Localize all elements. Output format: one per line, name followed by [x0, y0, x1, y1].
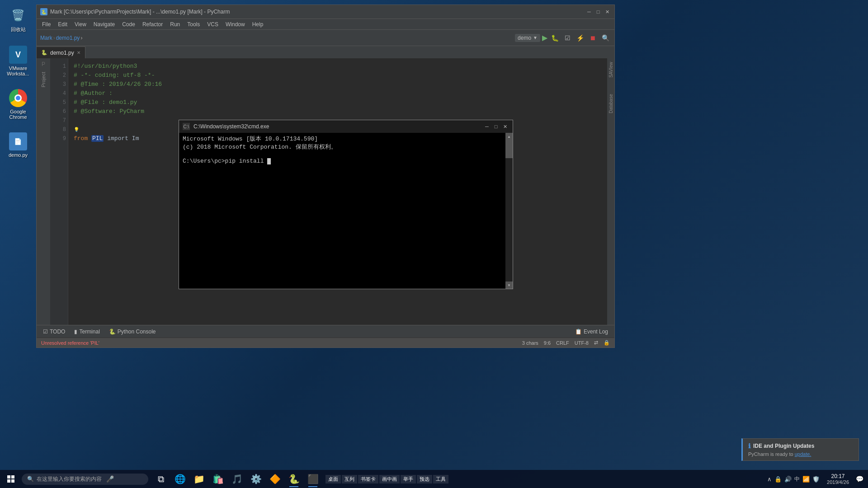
tab-bar: 🐍 demo1.py ✕	[37, 46, 614, 58]
tray-antivirus[interactable]: 🛡️	[812, 476, 820, 483]
menu-file[interactable]: File	[38, 20, 54, 28]
toolbar: Mark › demo1.py › demo ▼ ▶ 🐛 ☑ ⚡ ⏹ 🔍	[37, 29, 614, 46]
taskbar-clock[interactable]: 20:17 2019/4/26	[823, 473, 853, 485]
menu-tools[interactable]: Tools	[184, 20, 203, 28]
breadcrumb-mark[interactable]: Mark	[40, 35, 52, 41]
taskbar-edge[interactable]: 🌐	[171, 470, 189, 488]
encoding[interactable]: UTF-8	[575, 340, 589, 346]
taskbar-explorer[interactable]: 📁	[190, 470, 208, 488]
taskbar-label-preview[interactable]: 预选	[417, 475, 432, 483]
menu-help[interactable]: Help	[249, 20, 267, 28]
menu-run[interactable]: Run	[166, 20, 184, 28]
taskbar-pycharm[interactable]: 🐍	[285, 470, 303, 488]
search-everywhere[interactable]: 🔍	[600, 33, 611, 43]
cmd-minimize-button[interactable]: ─	[483, 123, 491, 130]
tab-close-button[interactable]: ✕	[77, 50, 80, 55]
clock-time: 20:17	[831, 473, 845, 479]
taskbar-git[interactable]: 🔶	[266, 470, 284, 488]
minimize-button[interactable]: ─	[585, 9, 593, 15]
cmd-content[interactable]: Microsoft Windows [版本 10.0.17134.590] (c…	[179, 133, 505, 289]
notification-center-icon: 💬	[856, 475, 863, 483]
cmd-body: Microsoft Windows [版本 10.0.17134.590] (c…	[179, 133, 513, 289]
search-placeholder: 在这里输入你要搜索的内容	[37, 475, 102, 483]
cmd-window: C:\ C:\Windows\system32\cmd.exe ─ □ ✕ Mi…	[179, 120, 513, 289]
cursor-position: 9:6	[544, 340, 551, 346]
scroll-thumb[interactable]	[505, 140, 513, 158]
chrome-icon[interactable]: Google Chrome	[2, 87, 34, 122]
taskbar-settings[interactable]: ⚙️	[247, 470, 265, 488]
scroll-down-button[interactable]: ▼	[505, 282, 513, 289]
tray-volume[interactable]: 🔊	[784, 476, 792, 483]
pycharm-icon: 🐍	[40, 8, 47, 15]
scroll-up-button[interactable]: ▲	[505, 133, 513, 140]
tray-lang[interactable]: 中	[794, 475, 800, 483]
taskbar-label-bookmark[interactable]: 书签卡	[358, 475, 378, 483]
taskbar-label-desktop[interactable]: 桌面	[326, 475, 341, 483]
database-tab[interactable]: Database	[608, 90, 614, 117]
start-button[interactable]	[2, 470, 20, 488]
svg-rect-1	[11, 475, 14, 479]
svg-rect-3	[11, 479, 14, 483]
taskbar-task-view[interactable]: ⧉	[152, 470, 170, 488]
event-log-tab[interactable]: 📋 Event Log	[573, 328, 610, 336]
maximize-button[interactable]: □	[594, 9, 602, 15]
taskbar-search[interactable]: 🔍 在这里输入你要搜索的内容 🎤	[22, 474, 148, 485]
line-separator[interactable]: CRLF	[556, 340, 569, 346]
menu-navigate[interactable]: Navigate	[90, 20, 118, 28]
recycle-bin-icon[interactable]: 🗑️ 回收站	[7, 5, 29, 35]
run-config-selector[interactable]: demo ▼	[515, 34, 540, 42]
editor-gutter: P Project	[37, 58, 50, 325]
breadcrumb-demo1[interactable]: demo1.py	[56, 35, 80, 41]
taskbar: 🔍 在这里输入你要搜索的内容 🎤 ⧉ 🌐 📁 🛍️ 🎵 ⚙️	[0, 470, 868, 488]
taskbar-label-table[interactable]: 互列	[342, 475, 357, 483]
taskbar-cmd[interactable]: ⬛	[304, 470, 322, 488]
project-label[interactable]: Project	[40, 69, 47, 90]
stop-button[interactable]: ⏹	[587, 33, 598, 43]
terminal-tab[interactable]: ▮ Terminal	[72, 328, 101, 336]
vmware-icon[interactable]: V VMwareWorksta...	[5, 44, 31, 78]
taskbar-label-tools[interactable]: 工具	[433, 475, 448, 483]
line-numbers: 1 2 3 4 5 6 7 8 9	[50, 58, 68, 325]
python-console-tab[interactable]: 🐍 Python Console	[107, 328, 158, 336]
tray-network[interactable]: 🔒	[774, 476, 782, 483]
tray-network-wifi[interactable]: 📶	[802, 476, 810, 483]
microphone-icon[interactable]: 🎤	[106, 475, 114, 483]
notification-update-link[interactable]: update.	[795, 451, 811, 457]
cmd-icon: C:\	[183, 123, 190, 130]
menu-edit[interactable]: Edit	[54, 20, 71, 28]
coverage-button[interactable]: ☑	[562, 33, 573, 43]
git-icon: 🔒	[604, 340, 610, 346]
todo-tab[interactable]: ☑ TODO	[41, 328, 67, 336]
tab-demo1-py[interactable]: 🐍 demo1.py ✕	[37, 47, 85, 58]
menu-view[interactable]: View	[71, 20, 90, 28]
menu-window[interactable]: Window	[222, 20, 249, 28]
menu-code[interactable]: Code	[118, 20, 139, 28]
taskbar-music[interactable]: 🎵	[228, 470, 246, 488]
cmd-close-button[interactable]: ✕	[501, 123, 509, 130]
bottom-panel: ☑ TODO ▮ Terminal 🐍 Python Console 📋 Eve…	[37, 325, 614, 338]
menu-vcs[interactable]: VCS	[203, 20, 222, 28]
project-toggle[interactable]: P	[41, 60, 46, 68]
code-line-2: # -*- coding: utf-8 -*-	[74, 71, 602, 80]
pycharm-title-bar: 🐍 Mark [C:\Users\pc\PycharmProjects\Mark…	[37, 5, 614, 19]
breadcrumb: Mark › demo1.py ›	[40, 35, 82, 41]
menu-refactor[interactable]: Refactor	[139, 20, 166, 28]
taskbar-label-midcard[interactable]: 画中画	[379, 475, 400, 483]
taskbar-store[interactable]: 🛍️	[209, 470, 227, 488]
lightbulb-icon: 💡	[74, 127, 79, 132]
notification-center-button[interactable]: 💬	[853, 470, 866, 488]
tray-chevron[interactable]: ∧	[767, 476, 772, 483]
run-button[interactable]: ▶	[542, 33, 547, 42]
code-line-6: # @Software: PyCharm	[74, 107, 602, 116]
demo-py-icon[interactable]: 📄 demo.py	[7, 131, 29, 160]
cmd-maximize-button[interactable]: □	[492, 123, 500, 130]
cmd-scrollbar[interactable]: ▲ ▼	[505, 133, 513, 289]
taskbar-label-handwriting[interactable]: 举手	[401, 475, 416, 483]
close-button[interactable]: ✕	[604, 9, 611, 15]
debug-button[interactable]: 🐛	[549, 33, 560, 43]
saview-tab[interactable]: SAVIew	[608, 58, 614, 81]
scroll-track[interactable]	[505, 140, 513, 282]
cmd-line2: (c) 2018 Microsoft Corporation. 保留所有权利。	[183, 143, 502, 151]
profile-button[interactable]: ⚡	[575, 33, 585, 43]
status-error: Unresolved reference 'PIL'	[41, 340, 99, 346]
